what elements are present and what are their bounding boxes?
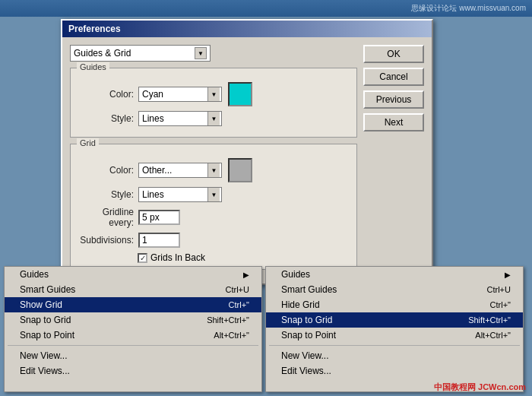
next-button[interactable]: Next [363, 113, 424, 131]
dialog-buttons: OK Cancel Previous Next [363, 45, 424, 276]
grids-in-back-checkbox[interactable]: ✓ [138, 253, 147, 263]
previous-button[interactable]: Previous [363, 90, 424, 109]
guides-style-arrow[interactable]: ▼ [207, 112, 220, 125]
guides-color-value: Cyan [141, 89, 207, 100]
menu-left-snap-to-point[interactable]: Snap to Point Alt+Ctrl+" [5, 328, 261, 343]
menu-left-smart-guides[interactable]: Smart Guides Ctrl+U [5, 282, 261, 297]
menu-right-guides[interactable]: Guides ▶ [266, 267, 523, 282]
menu-right-hide-grid-shortcut: Ctrl+" [490, 300, 511, 309]
menu-left-guides-label: Guides [20, 269, 49, 280]
grids-in-back-row: ✓ Grids In Back [77, 252, 350, 263]
preferences-dialog: Preferences Guides & Grid ▼ Guides Color… [61, 19, 433, 285]
grid-color-row: Color: Other... ▼ [77, 158, 350, 182]
grid-group: Grid Color: Other... ▼ Style: Lines ▼ [70, 144, 357, 270]
guides-group-label: Guides [77, 62, 109, 71]
menu-right-edit-views[interactable]: Edit Views... [266, 363, 523, 379]
grid-color-value: Other... [141, 165, 207, 176]
subdivisions-label: Subdivisions: [77, 235, 134, 246]
menu-right-snap-to-point[interactable]: Snap to Point Alt+Ctrl+" [266, 328, 523, 343]
menu-left-guides[interactable]: Guides ▶ [5, 267, 261, 282]
grid-style-row: Style: Lines ▼ [77, 187, 350, 202]
guides-grid-dropdown[interactable]: Guides & Grid ▼ [70, 45, 211, 62]
guides-color-select[interactable]: Cyan ▼ [138, 87, 222, 102]
gridline-row: Gridline every: [77, 207, 350, 228]
grid-style-label: Style: [77, 189, 134, 200]
guides-color-label: Color: [77, 89, 134, 100]
menu-right-snap-to-grid[interactable]: Snap to Grid Shift+Ctrl+" [266, 312, 523, 328]
grid-group-label: Grid [77, 138, 99, 147]
guides-color-arrow[interactable]: ▼ [207, 87, 220, 101]
dialog-titlebar: Preferences [62, 21, 432, 37]
cancel-button[interactable]: Cancel [363, 68, 424, 86]
menu-left-snap-to-grid[interactable]: Snap to Grid Shift+Ctrl+" [5, 312, 261, 328]
menu-left-snap-to-grid-shortcut: Shift+Ctrl+" [207, 315, 249, 325]
menu-left-smart-guides-label: Smart Guides [20, 284, 75, 295]
dialog-body: Guides & Grid ▼ Guides Color: Cyan ▼ Sty… [62, 37, 432, 284]
menu-right-hide-grid-label: Hide Grid [281, 299, 320, 310]
top-bar-text: 思缘设计论坛 www.missvuan.com [411, 3, 526, 14]
menu-right-smart-guides-shortcut: Ctrl+U [487, 285, 511, 294]
menu-right-new-view-label: New View... [281, 350, 328, 361]
menu-right-hide-grid[interactable]: Hide Grid Ctrl+" [266, 297, 523, 312]
menu-left-show-grid-label: Show Grid [20, 299, 62, 310]
top-dropdown-row: Guides & Grid ▼ [70, 45, 357, 62]
menu-right-smart-guides[interactable]: Smart Guides Ctrl+U [266, 282, 523, 297]
grid-color-select[interactable]: Other... ▼ [138, 163, 222, 178]
grid-style-value: Lines [141, 189, 207, 200]
grid-color-swatch[interactable] [228, 158, 252, 182]
menu-right-new-view[interactable]: New View... [266, 348, 523, 363]
menu-right-snap-to-grid-shortcut: Shift+Ctrl+" [468, 315, 511, 325]
menu-left-show-grid[interactable]: Show Grid Ctrl+" [5, 297, 261, 312]
dialog-left: Guides & Grid ▼ Guides Color: Cyan ▼ Sty… [70, 45, 357, 276]
guides-group: Guides Color: Cyan ▼ Style: Lines ▼ [70, 68, 357, 138]
guides-style-select[interactable]: Lines ▼ [138, 111, 222, 126]
grids-in-back-label: Grids In Back [150, 252, 205, 263]
menu-left-guides-arrow: ▶ [243, 271, 249, 279]
menu-left-smart-guides-shortcut: Ctrl+U [226, 285, 249, 294]
menu-left-new-view-label: New View... [20, 350, 67, 361]
menu-left-snap-to-point-label: Snap to Point [20, 330, 74, 341]
guides-color-swatch[interactable] [228, 82, 252, 106]
guides-style-value: Lines [141, 113, 207, 124]
grid-color-arrow[interactable]: ▼ [207, 163, 220, 177]
menu-right-edit-views-label: Edit Views... [281, 366, 331, 376]
context-menus-area: Guides ▶ Smart Guides Ctrl+U Show Grid C… [4, 266, 528, 392]
menu-right-snap-to-point-label: Snap to Point [281, 330, 336, 341]
dialog-title: Preferences [68, 24, 121, 34]
menu-right-smart-guides-label: Smart Guides [281, 284, 337, 295]
guides-grid-arrow[interactable]: ▼ [195, 47, 207, 59]
menu-left-snap-to-point-shortcut: Alt+Ctrl+" [214, 331, 249, 340]
watermark: 中国教程网 JCWcn.com [434, 382, 526, 393]
gridline-input[interactable] [138, 210, 180, 225]
menu-left-edit-views-label: Edit Views... [20, 366, 70, 376]
guides-grid-label: Guides & Grid [74, 48, 131, 59]
gridline-label: Gridline every: [77, 207, 134, 228]
guides-color-row: Color: Cyan ▼ [77, 82, 350, 106]
menu-right-snap-to-point-shortcut: Alt+Ctrl+" [475, 331, 511, 340]
menu-left-edit-views[interactable]: Edit Views... [5, 363, 261, 379]
menu-left-separator [8, 345, 258, 346]
context-menu-left: Guides ▶ Smart Guides Ctrl+U Show Grid C… [4, 266, 262, 392]
grid-style-select[interactable]: Lines ▼ [138, 187, 222, 202]
menu-right-guides-arrow: ▶ [505, 271, 511, 279]
subdivisions-input[interactable] [138, 233, 180, 248]
menu-right-guides-label: Guides [281, 269, 310, 280]
guides-style-row: Style: Lines ▼ [77, 111, 350, 126]
grid-color-label: Color: [77, 165, 134, 176]
menu-right-snap-to-grid-label: Snap to Grid [281, 315, 332, 325]
menu-left-snap-to-grid-label: Snap to Grid [20, 315, 71, 325]
subdivisions-row: Subdivisions: [77, 233, 350, 248]
menu-left-show-grid-shortcut: Ctrl+" [229, 300, 249, 309]
ok-button[interactable]: OK [363, 45, 424, 63]
top-bar: 思缘设计论坛 www.missvuan.com [0, 0, 532, 17]
guides-style-label: Style: [77, 113, 134, 124]
menu-right-separator [269, 345, 520, 346]
grid-style-arrow[interactable]: ▼ [207, 188, 220, 201]
menu-left-new-view[interactable]: New View... [5, 348, 261, 363]
context-menu-right: Guides ▶ Smart Guides Ctrl+U Hide Grid C… [265, 266, 524, 392]
